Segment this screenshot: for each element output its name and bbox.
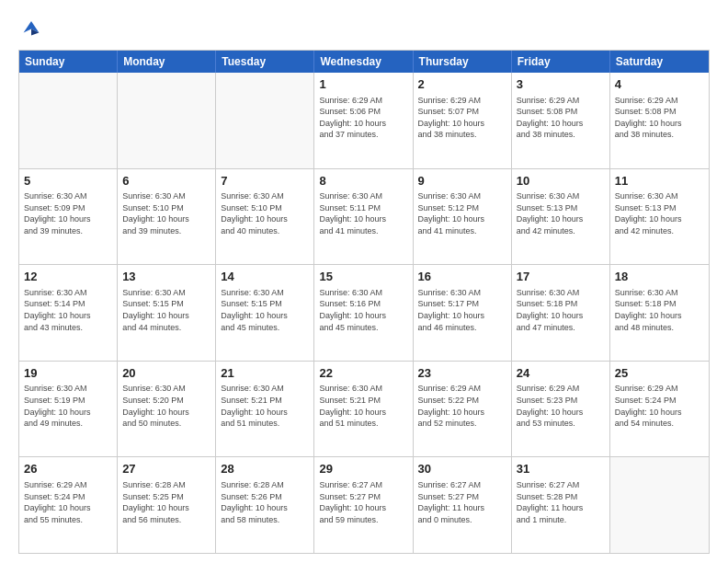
day-number: 13 — [122, 269, 210, 285]
cell-info: Sunrise: 6:28 AM Sunset: 5:25 PM Dayligh… — [122, 479, 210, 525]
calendar-cell-day-22: 22Sunrise: 6:30 AM Sunset: 5:21 PM Dayli… — [314, 362, 413, 457]
calendar-cell-day-10: 10Sunrise: 6:30 AM Sunset: 5:13 PM Dayli… — [512, 169, 610, 265]
cell-info: Sunrise: 6:27 AM Sunset: 5:27 PM Dayligh… — [418, 479, 506, 525]
calendar-cell-day-11: 11Sunrise: 6:30 AM Sunset: 5:13 PM Dayli… — [610, 169, 709, 265]
day-number: 27 — [122, 461, 210, 477]
calendar-row-1: 1Sunrise: 6:29 AM Sunset: 5:06 PM Daylig… — [19, 73, 709, 168]
calendar-cell-day-17: 17Sunrise: 6:30 AM Sunset: 5:18 PM Dayli… — [512, 265, 610, 361]
calendar-cell-day-30: 30Sunrise: 6:27 AM Sunset: 5:27 PM Dayli… — [414, 457, 512, 553]
cell-info: Sunrise: 6:27 AM Sunset: 5:28 PM Dayligh… — [517, 479, 605, 525]
cell-info: Sunrise: 6:30 AM Sunset: 5:10 PM Dayligh… — [122, 190, 210, 236]
day-number: 26 — [24, 461, 112, 477]
day-number: 24 — [517, 365, 605, 382]
calendar-row-3: 12Sunrise: 6:30 AM Sunset: 5:14 PM Dayli… — [19, 264, 709, 361]
header-cell-wednesday: Wednesday — [314, 51, 413, 73]
calendar-cell-day-27: 27Sunrise: 6:28 AM Sunset: 5:25 PM Dayli… — [118, 457, 216, 553]
calendar-cell-day-12: 12Sunrise: 6:30 AM Sunset: 5:14 PM Dayli… — [19, 265, 118, 361]
calendar-cell-day-8: 8Sunrise: 6:30 AM Sunset: 5:11 PM Daylig… — [314, 169, 413, 265]
day-number: 21 — [221, 365, 309, 382]
calendar-row-5: 26Sunrise: 6:29 AM Sunset: 5:24 PM Dayli… — [19, 456, 709, 553]
cell-info: Sunrise: 6:29 AM Sunset: 5:24 PM Dayligh… — [615, 383, 704, 429]
calendar-cell-day-28: 28Sunrise: 6:28 AM Sunset: 5:26 PM Dayli… — [216, 457, 314, 553]
header-cell-friday: Friday — [512, 51, 610, 73]
cell-info: Sunrise: 6:30 AM Sunset: 5:15 PM Dayligh… — [122, 287, 210, 333]
calendar-cell-day-5: 5Sunrise: 6:30 AM Sunset: 5:09 PM Daylig… — [19, 169, 118, 265]
logo — [18, 15, 48, 40]
day-number: 18 — [615, 269, 704, 285]
cell-info: Sunrise: 6:30 AM Sunset: 5:12 PM Dayligh… — [418, 190, 506, 236]
cell-info: Sunrise: 6:30 AM Sunset: 5:13 PM Dayligh… — [517, 190, 605, 236]
day-number: 11 — [615, 173, 704, 190]
cell-info: Sunrise: 6:30 AM Sunset: 5:16 PM Dayligh… — [319, 287, 407, 333]
calendar-row-4: 19Sunrise: 6:30 AM Sunset: 5:19 PM Dayli… — [19, 361, 709, 457]
cell-info: Sunrise: 6:30 AM Sunset: 5:13 PM Dayligh… — [615, 190, 704, 236]
header-cell-sunday: Sunday — [19, 51, 118, 73]
header-cell-monday: Monday — [118, 51, 216, 73]
day-number: 20 — [122, 365, 210, 382]
day-number: 9 — [418, 173, 506, 190]
logo-icon — [18, 15, 44, 40]
day-number: 7 — [221, 173, 309, 190]
cell-info: Sunrise: 6:29 AM Sunset: 5:22 PM Dayligh… — [418, 383, 506, 429]
cell-info: Sunrise: 6:30 AM Sunset: 5:21 PM Dayligh… — [221, 383, 309, 429]
calendar-cell-day-9: 9Sunrise: 6:30 AM Sunset: 5:12 PM Daylig… — [414, 169, 512, 265]
calendar-cell-empty — [19, 73, 118, 168]
day-number: 16 — [418, 269, 506, 285]
calendar-cell-empty — [216, 73, 314, 168]
day-number: 19 — [24, 365, 112, 382]
header — [18, 15, 710, 40]
cell-info: Sunrise: 6:30 AM Sunset: 5:14 PM Dayligh… — [24, 287, 112, 333]
cell-info: Sunrise: 6:29 AM Sunset: 5:08 PM Dayligh… — [517, 95, 605, 141]
calendar-cell-day-14: 14Sunrise: 6:30 AM Sunset: 5:15 PM Dayli… — [216, 265, 314, 361]
header-cell-tuesday: Tuesday — [216, 51, 314, 73]
calendar-cell-day-7: 7Sunrise: 6:30 AM Sunset: 5:10 PM Daylig… — [216, 169, 314, 265]
calendar-cell-day-1: 1Sunrise: 6:29 AM Sunset: 5:06 PM Daylig… — [314, 73, 413, 168]
calendar-cell-day-3: 3Sunrise: 6:29 AM Sunset: 5:08 PM Daylig… — [512, 73, 610, 168]
day-number: 17 — [517, 269, 605, 285]
calendar-cell-empty — [610, 457, 709, 553]
cell-info: Sunrise: 6:30 AM Sunset: 5:18 PM Dayligh… — [615, 287, 704, 333]
calendar-cell-day-2: 2Sunrise: 6:29 AM Sunset: 5:07 PM Daylig… — [414, 73, 512, 168]
calendar-cell-day-6: 6Sunrise: 6:30 AM Sunset: 5:10 PM Daylig… — [118, 169, 216, 265]
cell-info: Sunrise: 6:30 AM Sunset: 5:21 PM Dayligh… — [319, 383, 407, 429]
day-number: 2 — [418, 76, 506, 93]
calendar-cell-day-19: 19Sunrise: 6:30 AM Sunset: 5:19 PM Dayli… — [19, 362, 118, 457]
calendar-cell-day-24: 24Sunrise: 6:29 AM Sunset: 5:23 PM Dayli… — [512, 362, 610, 457]
header-cell-saturday: Saturday — [610, 51, 709, 73]
day-number: 28 — [221, 461, 309, 477]
cell-info: Sunrise: 6:28 AM Sunset: 5:26 PM Dayligh… — [221, 479, 309, 525]
day-number: 25 — [615, 365, 704, 382]
day-number: 6 — [122, 173, 210, 190]
day-number: 1 — [319, 76, 407, 93]
calendar: SundayMondayTuesdayWednesdayThursdayFrid… — [18, 50, 710, 554]
day-number: 4 — [615, 76, 704, 93]
calendar-body: 1Sunrise: 6:29 AM Sunset: 5:06 PM Daylig… — [19, 73, 709, 553]
calendar-cell-day-13: 13Sunrise: 6:30 AM Sunset: 5:15 PM Dayli… — [118, 265, 216, 361]
cell-info: Sunrise: 6:30 AM Sunset: 5:09 PM Dayligh… — [24, 190, 112, 236]
cell-info: Sunrise: 6:30 AM Sunset: 5:18 PM Dayligh… — [517, 287, 605, 333]
calendar-cell-day-4: 4Sunrise: 6:29 AM Sunset: 5:08 PM Daylig… — [610, 73, 709, 168]
calendar-header-row: SundayMondayTuesdayWednesdayThursdayFrid… — [19, 51, 709, 73]
calendar-cell-day-21: 21Sunrise: 6:30 AM Sunset: 5:21 PM Dayli… — [216, 362, 314, 457]
page: SundayMondayTuesdayWednesdayThursdayFrid… — [0, 0, 728, 563]
day-number: 8 — [319, 173, 407, 190]
calendar-cell-day-15: 15Sunrise: 6:30 AM Sunset: 5:16 PM Dayli… — [314, 265, 413, 361]
header-cell-thursday: Thursday — [414, 51, 512, 73]
calendar-cell-day-20: 20Sunrise: 6:30 AM Sunset: 5:20 PM Dayli… — [118, 362, 216, 457]
calendar-cell-day-23: 23Sunrise: 6:29 AM Sunset: 5:22 PM Dayli… — [414, 362, 512, 457]
calendar-cell-day-31: 31Sunrise: 6:27 AM Sunset: 5:28 PM Dayli… — [512, 457, 610, 553]
cell-info: Sunrise: 6:29 AM Sunset: 5:06 PM Dayligh… — [319, 95, 407, 141]
day-number: 15 — [319, 269, 407, 285]
day-number: 10 — [517, 173, 605, 190]
calendar-cell-day-18: 18Sunrise: 6:30 AM Sunset: 5:18 PM Dayli… — [610, 265, 709, 361]
cell-info: Sunrise: 6:29 AM Sunset: 5:23 PM Dayligh… — [517, 383, 605, 429]
cell-info: Sunrise: 6:30 AM Sunset: 5:20 PM Dayligh… — [122, 383, 210, 429]
calendar-cell-day-29: 29Sunrise: 6:27 AM Sunset: 5:27 PM Dayli… — [314, 457, 413, 553]
cell-info: Sunrise: 6:30 AM Sunset: 5:19 PM Dayligh… — [24, 383, 112, 429]
day-number: 3 — [517, 76, 605, 93]
day-number: 12 — [24, 269, 112, 285]
day-number: 31 — [517, 461, 605, 477]
cell-info: Sunrise: 6:30 AM Sunset: 5:15 PM Dayligh… — [221, 287, 309, 333]
calendar-cell-day-16: 16Sunrise: 6:30 AM Sunset: 5:17 PM Dayli… — [414, 265, 512, 361]
cell-info: Sunrise: 6:27 AM Sunset: 5:27 PM Dayligh… — [319, 479, 407, 525]
